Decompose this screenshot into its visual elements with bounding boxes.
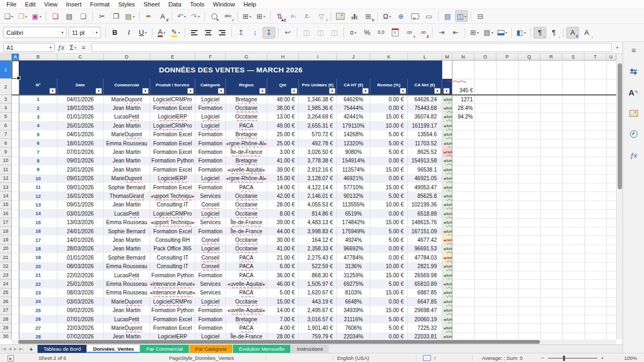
row-header-15[interactable]: 15: [0, 201, 12, 209]
cell[interactable]: Jean Martin: [104, 333, 150, 339]
table-title[interactable]: DONNÉES DES VENTES — MARCH 2026: [19, 61, 442, 79]
cell[interactable]: 15.00 €: [370, 271, 408, 279]
cell[interactable]: Logiciel: [195, 297, 226, 306]
cell[interactable]: Consulting IT: [150, 201, 195, 209]
cell[interactable]: 14.00 €: [267, 183, 299, 191]
cell[interactable]: 09/01/2026: [57, 183, 104, 191]
cell[interactable]: Île-de-France: [226, 227, 267, 235]
table-header-4[interactable]: Produit / Service▼: [150, 79, 195, 95]
cell[interactable]: Occitanie: [226, 245, 267, 253]
cell[interactable]: 5.00 €: [370, 147, 408, 156]
cell-statut[interactable]: ◀turé: [442, 279, 452, 288]
zoom-level[interactable]: 100%: [624, 353, 637, 362]
cell[interactable]: Formation: [195, 157, 226, 165]
cell[interactable]: 1: [19, 95, 57, 104]
cell[interactable]: Conseil: [195, 201, 226, 209]
column-header-A[interactable]: A: [12, 54, 19, 61]
cell[interactable]: 14268%: [337, 130, 370, 139]
cell[interactable]: 21.00 €: [267, 253, 299, 262]
cell[interactable]: Occitanie: [226, 191, 267, 200]
cell[interactable]: 09/01/2026: [57, 157, 104, 165]
cell[interactable]: Sophie Bernard: [104, 183, 150, 191]
cell[interactable]: Jean Martin: [104, 121, 150, 130]
cell[interactable]: Services: [195, 191, 226, 200]
cell[interactable]: Jean Martin: [104, 201, 150, 209]
cell[interactable]: 36074.82: [408, 113, 442, 121]
column-header-P[interactable]: P: [496, 54, 518, 61]
row-header-22[interactable]: 22: [0, 262, 12, 271]
cell[interactable]: Logiciel: [195, 113, 226, 121]
cell[interactable]: 25.00 €: [267, 139, 299, 147]
cell[interactable]: Formation Excel: [150, 227, 195, 235]
column-header-E[interactable]: E: [150, 54, 195, 61]
cell[interactable]: Sophie Bernard: [104, 227, 150, 235]
align-bottom-button[interactable]: ↧: [262, 27, 275, 39]
cell[interactable]: Logiciel ERP: [150, 113, 195, 121]
cell-statut[interactable]: ◀turé: [442, 306, 452, 315]
italic-button[interactable]: I: [122, 27, 135, 39]
cell[interactable]: 15.00 €: [370, 113, 408, 121]
column-header-F[interactable]: F: [195, 54, 226, 61]
column-header-T[interactable]: T: [584, 54, 606, 61]
special-character-dropdown-icon[interactable]: ▾: [389, 14, 391, 18]
cell[interactable]: 0.00 €: [370, 174, 408, 183]
sort-ascending-selection-button[interactable]: A⇕: [566, 27, 579, 39]
cell[interactable]: 03/01/2026: [57, 209, 104, 218]
row-header-19[interactable]: 19: [0, 235, 12, 244]
cell[interactable]: 3,016.57 €: [299, 315, 337, 323]
row-header-5[interactable]: 5: [0, 113, 12, 121]
borders-dropdown-icon[interactable]: ▾: [477, 31, 479, 34]
cell[interactable]: 15.00 €: [370, 183, 408, 191]
row-header-18[interactable]: 18: [0, 227, 12, 235]
undo-dropdown-icon[interactable]: ▾: [184, 14, 186, 18]
cell[interactable]: 570.72 €: [299, 130, 337, 139]
cell-statut[interactable]: ◀turé: [442, 130, 452, 139]
cell[interactable]: 759.79 €: [299, 333, 337, 339]
sort-button[interactable]: ⇅AZ: [273, 10, 286, 22]
filter-dropdown-icon[interactable]: ▼: [49, 88, 56, 94]
cell[interactable]: Marie Dupont: [104, 174, 150, 183]
align-top-button[interactable]: ↥: [235, 27, 247, 39]
find-and-replace-button[interactable]: [208, 10, 221, 22]
menu-data[interactable]: Data: [164, 1, 186, 8]
cell[interactable]: 18/01/2026: [57, 104, 104, 112]
insert-hyperlink-button[interactable]: ⊕: [394, 10, 407, 22]
row-header-30[interactable]: 30: [0, 333, 12, 339]
cell[interactable]: 174842%: [337, 218, 370, 227]
cell[interactable]: 28/03/2026: [57, 245, 104, 253]
cell-statut[interactable]: ◀turé: [442, 271, 452, 279]
cell[interactable]: 175949%: [337, 227, 370, 235]
row-header-10[interactable]: 10: [0, 157, 12, 165]
print-preview-button[interactable]: ❏◌: [77, 10, 90, 22]
cell[interactable]: 6648%: [337, 297, 370, 306]
cell[interactable]: Logiciel CRM Pro: [150, 209, 195, 218]
filter-dropdown-icon[interactable]: ▼: [443, 88, 450, 94]
cell[interactable]: 2: [19, 104, 57, 112]
cell[interactable]: Logiciel CRM Pro: [150, 297, 195, 306]
vertical-scrollbar[interactable]: [616, 54, 623, 339]
insert-text-box-button[interactable]: ▭: [422, 10, 435, 22]
insert-chart-button[interactable]: [348, 10, 361, 22]
cell-statut[interactable]: ◀turé: [442, 201, 452, 209]
cell-statut[interactable]: ◀turé: [442, 95, 452, 104]
cell[interactable]: 44.00 €: [267, 227, 299, 235]
cell[interactable]: Jean Martin: [104, 147, 150, 156]
horizontal-scrollbar[interactable]: [12, 339, 616, 344]
cell[interactable]: 04/01/2026: [57, 130, 104, 139]
cell[interactable]: 492.78 €: [299, 139, 337, 147]
bold-button[interactable]: B: [108, 27, 121, 39]
center-vertically-button[interactable]: ↕: [248, 27, 261, 39]
cell[interactable]: Formation Excel: [150, 315, 195, 323]
menu-sheet[interactable]: Sheet: [140, 1, 164, 8]
cell[interactable]: PACA: [226, 262, 267, 271]
cell-N2[interactable]: 345 €: [452, 86, 474, 94]
cell[interactable]: Occitanie: [226, 209, 267, 218]
new-document-dropdown-icon[interactable]: ▾: [11, 14, 13, 18]
cell[interactable]: Sophie Bernard: [104, 253, 150, 262]
cell[interactable]: 113555%: [337, 201, 370, 209]
column-header-H[interactable]: H: [267, 54, 299, 61]
cell[interactable]: 6: [19, 139, 57, 147]
cell[interactable]: 15.00 €: [267, 174, 299, 183]
cell[interactable]: 23/01/2026: [57, 165, 104, 174]
cell[interactable]: ◀rgne-Rhône-Al▶: [226, 174, 267, 183]
